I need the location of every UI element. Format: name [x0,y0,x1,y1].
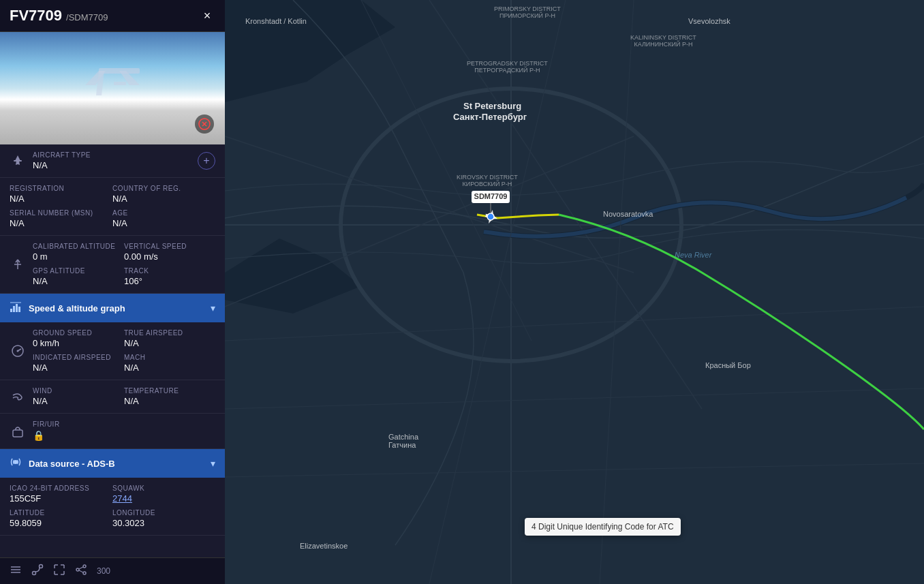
cal-alt-label: CALIBRATED ALTITUDE [33,243,124,250]
map-label-kirovsky: KIROVSKY DISTRICTКИРОВСКИЙ Р-Н [457,174,518,187]
close-button[interactable]: × [199,7,215,24]
map-label-kalininsky: KALININSKY DISTRICTКАЛИНИНСКИЙ Р-Н [630,34,696,48]
route-icon[interactable] [31,564,44,579]
svg-rect-41 [225,0,924,584]
wind-value: N/A [33,396,124,406]
fir-label: FIR/UIR [33,420,60,428]
map-label-gatchina: GatchinaГатчина [388,433,418,449]
serial-value: N/A [10,218,112,228]
aircraft-type-icon [10,154,26,168]
ground-speed-label: GROUND SPEED [33,329,124,337]
chevron-down-icon-2: ▾ [211,458,215,469]
svg-rect-8 [14,160,22,162]
lock-icon: 🔒 [33,430,44,441]
map-label-elizavetinskoe: Elizavetinskoe [300,542,348,550]
age-value: N/A [112,218,215,228]
svg-rect-13 [10,309,12,312]
svg-line-40 [79,570,83,572]
map-label-primorsky: PRIMORSKY DISTRICTПРИМОРСКИЙ Р-Н [494,5,561,19]
chart-icon [10,301,22,316]
svg-line-47 [225,136,634,307]
age-cell: AGE N/A [112,209,215,228]
registration-section: REGISTRATION N/A COUNTRY OF REG. N/A SER… [0,178,225,236]
svg-point-38 [83,572,86,574]
svg-point-20 [17,350,19,352]
temperature-label: TEMPERATURE [124,387,215,395]
map-labels: St Petersburg Санкт-Петербург PRIMORSKY … [225,0,924,584]
country-cell: COUNTRY OF REG. N/A [112,185,215,204]
expand-icon[interactable] [53,564,65,579]
svg-point-54 [487,213,494,220]
latitude-label: LATITUDE [10,509,112,517]
svg-rect-15 [16,304,18,312]
map-svg: SDM7709 [225,0,924,584]
svg-line-49 [429,0,566,584]
wind-icon [10,390,26,403]
flight-id: FV7709 [10,7,62,25]
registration-row: REGISTRATION N/A COUNTRY OF REG. N/A [10,185,215,204]
svg-point-22 [14,460,18,464]
flight-title: FV7709 /SDM7709 [10,7,108,25]
left-panel: FV7709 /SDM7709 × AIRCRAFT TY [0,0,225,584]
mach-value: N/A [124,363,215,373]
city-label-stpetersburg: St Petersburg [463,101,521,111]
share-icon[interactable] [75,564,87,579]
cal-alt-value: 0 m [33,251,124,262]
true-airspeed-value: N/A [124,338,215,348]
gps-alt-label: GPS ALTITUDE [33,267,124,275]
map-label-neva: Neva River [675,251,711,259]
svg-line-48 [361,0,532,341]
svg-point-26 [33,572,36,575]
svg-rect-55 [472,191,510,203]
svg-point-42 [341,89,681,361]
speed-altitude-section-header[interactable]: Speed & altitude graph ▾ [0,294,225,322]
layers-icon[interactable] [10,564,22,579]
svg-line-52 [225,388,924,409]
latitude-value: 59.8059 [10,518,112,528]
svg-line-46 [429,0,702,409]
registration-label: REGISTRATION [10,185,112,192]
map-label-novosaratovka: Novosaratovka [603,210,653,218]
gps-alt-value: N/A [33,276,124,286]
signal-icon [10,456,22,471]
svg-line-45 [225,136,634,273]
svg-point-37 [76,568,79,571]
add-aircraft-type-button[interactable]: + [198,152,215,170]
svg-line-39 [79,567,83,569]
svg-line-50 [600,0,634,584]
squawk-tooltip: 4 Digit Unique Identifying Code for ATC [525,518,681,536]
indicated-airspeed-label: INDICATED AIRSPEED [33,354,124,361]
map-label-kotlin: Kronshtadt / Kotlin [245,17,307,25]
data-source-section-header[interactable]: Data source - ADS-B ▾ [0,449,225,478]
chevron-down-icon: ▾ [211,303,215,313]
squawk-label: SQUAWK [112,485,215,492]
wind-section: WIND N/A TEMPERATURE N/A [0,380,225,414]
fir-icon [10,425,26,438]
track-value: 106° [124,276,215,286]
serial-cell: SERIAL NUMBER (MSN) N/A [10,209,112,228]
wind-label: WIND [33,387,124,395]
serial-label: SERIAL NUMBER (MSN) [10,209,112,217]
aircraft-type-value: N/A [33,160,191,170]
ground-speed-value: 0 km/h [33,338,124,348]
aircraft-type-row: AIRCRAFT TYPE N/A + [0,144,225,178]
speed-icon [10,344,26,358]
country-label: COUNTRY OF REG. [112,185,215,192]
track-label: TRACK [124,267,215,275]
true-airspeed-label: TRUE AIRSPEED [124,329,215,337]
icao-value: 155C5F [10,493,112,504]
svg-rect-3 [114,82,126,85]
age-label: AGE [112,209,215,217]
altitude-row: CALIBRATED ALTITUDE 0 m VERTICAL SPEED 0… [0,236,225,294]
squawk-value: 2744 [112,493,215,504]
aircraft-type-label: AIRCRAFT TYPE [33,151,191,159]
altitude-icon [10,258,26,271]
aircraft-icon-large [78,61,147,116]
map-area[interactable]: SDM7709 St Petersburg Санкт-Петербург PR… [225,0,924,584]
registration-cell: REGISTRATION N/A [10,185,112,204]
speed-altitude-title: Speed & altitude graph [29,303,204,313]
serial-age-row: SERIAL NUMBER (MSN) N/A AGE N/A [10,209,215,228]
temperature-value: N/A [124,396,215,406]
aircraft-image [0,32,225,144]
map-label-petrogradsky: PETROGRADSKY DISTRICTПЕТРОГРАДСКИЙ Р-Н [467,60,548,74]
